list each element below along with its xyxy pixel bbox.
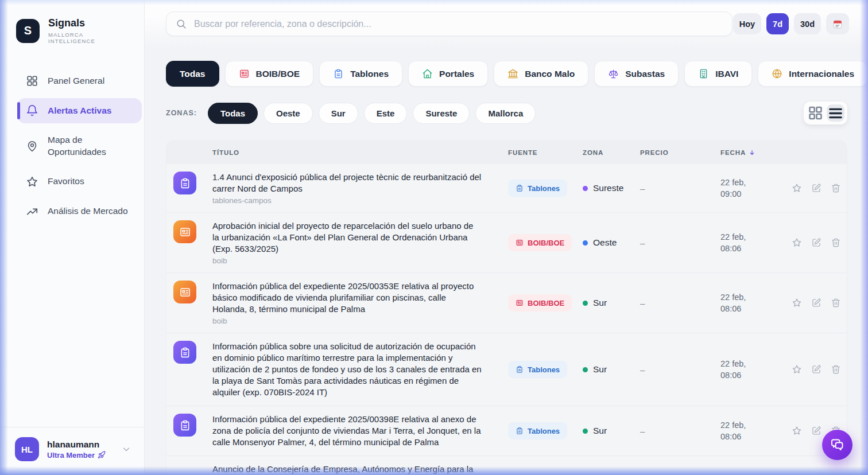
date-cell: 22 feb,09:00 — [720, 177, 789, 200]
date-cell: 22 feb,08:06 — [720, 358, 789, 381]
trash-icon — [831, 183, 841, 193]
time-filter-hoy[interactable]: Hoy — [733, 13, 761, 34]
delete-button[interactable] — [831, 364, 841, 375]
time-filter-30d[interactable]: 30d — [794, 13, 821, 34]
edit-button[interactable] — [811, 183, 822, 193]
zone-pill-oeste[interactable]: Oeste — [264, 103, 313, 124]
grid-view-button[interactable] — [807, 104, 824, 122]
delete-button[interactable] — [831, 298, 841, 308]
row-subtitle: tablones-campos — [212, 196, 482, 205]
source-badge: Tablones — [508, 361, 567, 378]
row-type-clipboard-icon — [173, 414, 196, 437]
bell-icon — [26, 104, 38, 117]
zone-pill-sur[interactable]: Sur — [319, 103, 358, 124]
sidebar-item-alertas-activas[interactable]: Alertas Activas — [17, 98, 142, 123]
favorite-button[interactable] — [792, 238, 802, 248]
chevron-down-icon[interactable] — [121, 444, 131, 454]
dashboard-icon — [26, 75, 38, 87]
edit-button[interactable] — [811, 238, 822, 248]
edit-button[interactable] — [811, 426, 822, 436]
favorite-button[interactable] — [792, 298, 802, 308]
source-badge: Tablones — [508, 180, 567, 197]
view-toggle — [804, 102, 847, 124]
column-header-zona[interactable]: ZONA — [583, 149, 640, 156]
favorite-button[interactable] — [792, 183, 802, 193]
sidebar-item-label: Mapa de Oportunidades — [48, 134, 133, 158]
row-type-clipboard-icon — [173, 341, 196, 364]
column-header-fuente[interactable]: FUENTE — [508, 149, 583, 156]
chat-fab[interactable] — [822, 430, 852, 460]
favorite-button[interactable] — [792, 364, 802, 375]
zone-pills: TodasOesteSurEsteSuresteMallorca — [208, 103, 536, 124]
row-title: Información pública del expediente 2025/… — [212, 414, 482, 448]
trash-icon — [831, 298, 841, 308]
zone-dot — [583, 301, 588, 306]
source-filter-tablones[interactable]: Tablones — [319, 61, 402, 87]
sidebar-item-analisis-de-mercado[interactable]: Análisis de Mercado — [17, 199, 142, 224]
row-title: Información pública sobre una solicitud … — [212, 341, 482, 398]
sidebar-item-label: Análisis de Mercado — [48, 205, 128, 217]
date-cell: 22 feb,08:06 — [720, 419, 789, 442]
search-input[interactable] — [194, 19, 723, 29]
time-filter-calendar[interactable] — [826, 13, 849, 34]
building-icon — [698, 68, 709, 79]
delete-button[interactable] — [831, 238, 841, 248]
source-filter-boib-boe[interactable]: BOIB/BOE — [225, 61, 314, 87]
zone-pill-sureste[interactable]: Sureste — [413, 103, 470, 124]
favorite-button[interactable] — [792, 426, 802, 436]
brand-logo: S — [16, 19, 40, 43]
source-filter-banco-malo[interactable]: Banco Malo — [494, 61, 588, 87]
clipboard-icon — [333, 68, 344, 79]
delete-button[interactable] — [831, 183, 841, 193]
zone-pill-todas[interactable]: Todas — [208, 103, 258, 124]
edit-button[interactable] — [811, 298, 822, 308]
trash-icon — [831, 364, 841, 375]
table-row[interactable]: Información pública del expediente 2025/… — [166, 406, 847, 455]
user-name: hlanaumann — [47, 439, 106, 450]
zone-dot — [583, 186, 588, 191]
source-badge: BOIB/BOE — [508, 294, 572, 312]
column-header-precio[interactable]: PRECIO — [640, 149, 720, 156]
trash-icon — [831, 238, 841, 248]
source-filter-ibavi[interactable]: IBAVI — [684, 61, 752, 87]
row-title: 1.4 Anunci d'exposició pública del proje… — [212, 172, 482, 194]
clipboard-icon — [516, 365, 524, 373]
chat-bubbles-icon — [830, 437, 845, 453]
edit-icon — [811, 364, 822, 375]
edit-button[interactable] — [811, 364, 822, 375]
sidebar: S Signals MALLORCA INTELLIGENCE Panel Ge… — [0, 0, 145, 475]
row-type-clipboard-icon — [173, 172, 196, 194]
zone-pill-este[interactable]: Este — [364, 103, 408, 124]
scales-icon — [608, 68, 619, 79]
row-subtitle: boib — [212, 256, 482, 265]
table-row[interactable]: Aprobación inicial del proyecto de repar… — [166, 212, 847, 272]
table-row[interactable]: Información pública del expediente 2025/… — [166, 272, 847, 333]
table-row[interactable]: 1.4 Anunci d'exposició pública del proje… — [166, 164, 847, 212]
table-row[interactable]: Anuncio de la Consejería de Empresa, Aut… — [166, 455, 847, 475]
sidebar-item-mapa-de-oportunidades[interactable]: Mapa de Oportunidades — [17, 128, 142, 165]
source-filter-internacionales[interactable]: Internacionales — [758, 61, 868, 87]
user-card[interactable]: HL hlanaumann Ultra Member — [0, 427, 144, 475]
brand-name: Signals — [48, 17, 130, 29]
source-filter-portales[interactable]: Portales — [408, 61, 488, 87]
alerts-table: TÍTULOFUENTEZONAPRECIOFECHA 1.4 Anunci d… — [166, 140, 847, 475]
map-pin-icon — [26, 140, 38, 153]
column-header-fecha[interactable]: FECHA — [720, 149, 789, 156]
sidebar-item-favoritos[interactable]: Favoritos — [17, 169, 142, 194]
edit-icon — [811, 183, 822, 193]
zone-pill-mallorca[interactable]: Mallorca — [475, 103, 536, 124]
row-actions — [789, 364, 847, 375]
table-row[interactable]: Información pública sobre una solicitud … — [166, 333, 847, 406]
source-filter-todas[interactable]: Todas — [166, 61, 219, 87]
sidebar-item-panel-general[interactable]: Panel General — [17, 68, 142, 94]
source-filter-subastas[interactable]: Subastas — [594, 61, 679, 87]
row-actions — [789, 298, 847, 308]
column-header-titulo[interactable]: TÍTULO — [212, 149, 508, 156]
row-actions — [789, 238, 847, 248]
clipboard-icon — [516, 427, 524, 435]
row-title: Información pública del expediente 2025/… — [212, 281, 482, 315]
list-view-button[interactable] — [827, 104, 844, 122]
time-filter-7d[interactable]: 7d — [766, 13, 789, 34]
star-icon — [792, 298, 802, 308]
sidebar-item-label: Favoritos — [48, 176, 84, 188]
